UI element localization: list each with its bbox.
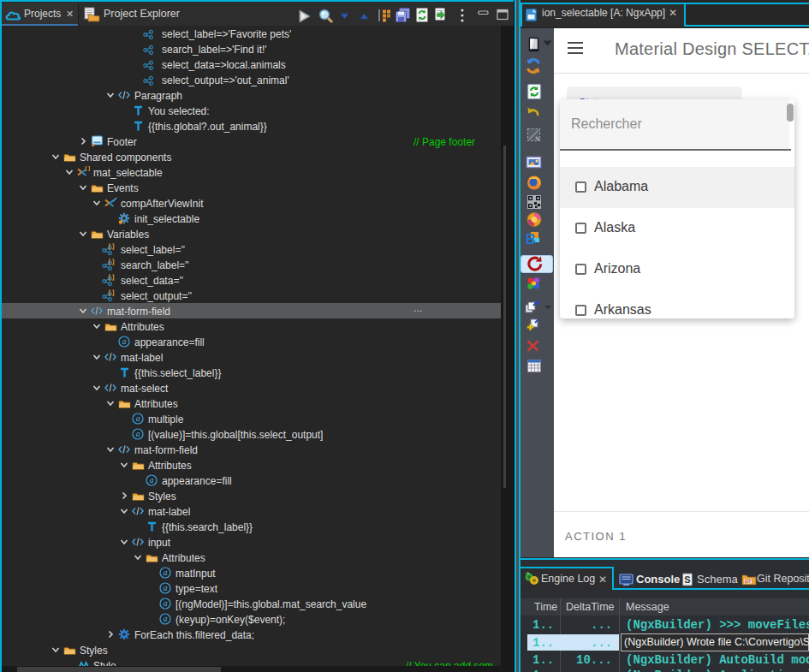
svg-text:a: a	[164, 584, 168, 592]
svg-text:a: a	[136, 430, 140, 438]
svg-text:GIT: GIT	[745, 580, 752, 584]
svg-text:a: a	[164, 568, 168, 577]
svg-text:a: a	[150, 476, 154, 485]
svg-text:a: a	[164, 599, 168, 608]
svg-text:B: B	[526, 232, 536, 247]
svg-text:a: a	[136, 414, 140, 423]
svg-text:a: a	[164, 615, 168, 623]
svg-text:a: a	[122, 337, 127, 346]
svg-text:S: S	[684, 574, 690, 585]
